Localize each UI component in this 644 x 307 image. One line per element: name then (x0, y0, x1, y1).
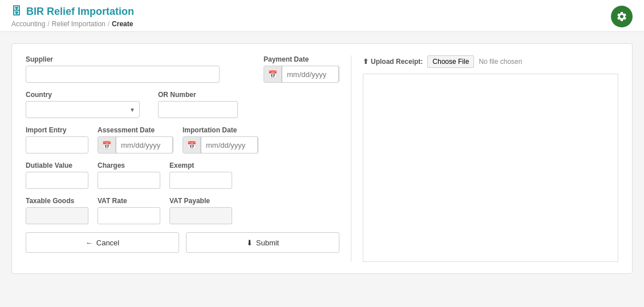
cancel-arrow-icon: ← (86, 239, 93, 247)
breadcrumb-accounting[interactable]: Accounting (11, 20, 45, 28)
group-supplier: Supplier (26, 55, 254, 83)
importation-date-calendar-icon[interactable]: 📅 (183, 137, 201, 153)
group-importation-date: Importation Date 📅 (183, 126, 258, 154)
upload-receipt-label: ⬆ Upload Receipt: (363, 58, 423, 66)
assessment-date-input[interactable] (116, 136, 173, 154)
submit-button[interactable]: ⬇ Submit (186, 232, 339, 253)
group-country: Country ▼ (26, 91, 140, 118)
gear-button[interactable] (611, 6, 633, 27)
row-taxable: Taxable Goods 0.00 VAT Rate 0.00 VAT Pay… (26, 197, 339, 224)
database-icon: 🗄 (11, 6, 22, 18)
importation-date-wrapper: 📅 (183, 136, 258, 154)
taxable-goods-label: Taxable Goods (26, 197, 88, 205)
dutiable-value-input[interactable]: 0.00 (26, 172, 88, 189)
charges-label: Charges (98, 161, 160, 169)
exempt-input[interactable]: 0.00 (169, 172, 232, 189)
group-payment-date: Payment Date 📅 (264, 55, 339, 83)
group-vat-payable: VAT Payable 0.00 (169, 197, 232, 224)
country-select-wrapper: ▼ (26, 101, 140, 118)
import-entry-input[interactable] (26, 136, 88, 154)
exempt-label: Exempt (169, 161, 232, 169)
group-import-entry: Import Entry (26, 126, 88, 154)
assessment-date-label: Assessment Date (98, 126, 173, 134)
no-file-text: No file chosen (479, 58, 522, 66)
payment-date-wrapper: 📅 (264, 66, 339, 83)
main-content: Supplier Payment Date 📅 Country (0, 32, 644, 285)
form-left: Supplier Payment Date 📅 Country (26, 55, 351, 262)
or-number-input[interactable] (158, 101, 238, 118)
charges-input[interactable]: 0.00 (98, 172, 160, 189)
payment-date-label: Payment Date (264, 55, 339, 63)
breadcrumb-sep1: / (47, 20, 49, 28)
row-country-ornumber: Country ▼ OR Number (26, 91, 339, 118)
breadcrumb-current: Create (112, 20, 133, 28)
vat-payable-label: VAT Payable (169, 197, 232, 205)
payment-date-input[interactable] (282, 66, 339, 83)
row-values: Dutiable Value 0.00 Charges 0.00 Exempt … (26, 161, 339, 189)
import-entry-label: Import Entry (26, 126, 88, 134)
country-label: Country (26, 91, 140, 99)
image-preview-box (363, 74, 618, 262)
assessment-date-wrapper: 📅 (98, 136, 173, 154)
dutiable-value-label: Dutiable Value (26, 161, 88, 169)
vat-rate-input[interactable]: 0.00 (98, 207, 160, 224)
app-title-text: BIR Relief Importation (26, 6, 134, 18)
row-import-entry: Import Entry Assessment Date 📅 Importati… (26, 126, 339, 154)
payment-date-calendar-icon[interactable]: 📅 (264, 66, 282, 82)
header-left: 🗄 BIR Relief Importation Accounting / Re… (11, 6, 134, 28)
cancel-label: Cancel (96, 239, 119, 247)
or-number-label: OR Number (158, 91, 238, 99)
upload-icon: ⬆ (363, 58, 368, 66)
supplier-label: Supplier (26, 55, 254, 63)
header: 🗄 BIR Relief Importation Accounting / Re… (0, 0, 644, 32)
breadcrumb-sep2: / (108, 20, 110, 28)
upload-label-text: Upload Receipt: (371, 58, 423, 66)
buttons-row: ← Cancel ⬇ Submit (26, 232, 339, 253)
app-title: 🗄 BIR Relief Importation (11, 6, 134, 18)
upload-receipt-row: ⬆ Upload Receipt: Choose File No file ch… (363, 55, 618, 68)
importation-date-input[interactable] (201, 136, 258, 154)
breadcrumb: Accounting / Relief Importation / Create (11, 20, 134, 28)
cancel-button[interactable]: ← Cancel (26, 232, 179, 253)
gear-icon (616, 11, 627, 22)
row-supplier-payment: Supplier Payment Date 📅 (26, 55, 339, 83)
group-charges: Charges 0.00 (98, 161, 160, 189)
group-exempt: Exempt 0.00 (169, 161, 232, 189)
group-vat-rate: VAT Rate 0.00 (98, 197, 160, 224)
group-or-number: OR Number (158, 91, 238, 118)
submit-download-icon: ⬇ (246, 239, 253, 247)
supplier-input[interactable] (26, 66, 220, 83)
submit-label: Submit (256, 239, 279, 247)
group-assessment-date: Assessment Date 📅 (98, 126, 173, 154)
choose-file-button[interactable]: Choose File (427, 55, 474, 68)
taxable-goods-input[interactable]: 0.00 (26, 207, 88, 224)
country-select[interactable] (26, 101, 140, 118)
vat-rate-label: VAT Rate (98, 197, 160, 205)
breadcrumb-relief-importation[interactable]: Relief Importation (52, 20, 106, 28)
importation-date-label: Importation Date (183, 126, 258, 134)
assessment-date-calendar-icon[interactable]: 📅 (98, 137, 116, 153)
form-card: Supplier Payment Date 📅 Country (11, 43, 633, 274)
group-dutiable-value: Dutiable Value 0.00 (26, 161, 88, 189)
header-right (611, 6, 633, 27)
vat-payable-input[interactable]: 0.00 (169, 207, 232, 224)
group-taxable-goods: Taxable Goods 0.00 (26, 197, 88, 224)
form-right: ⬆ Upload Receipt: Choose File No file ch… (351, 55, 618, 262)
